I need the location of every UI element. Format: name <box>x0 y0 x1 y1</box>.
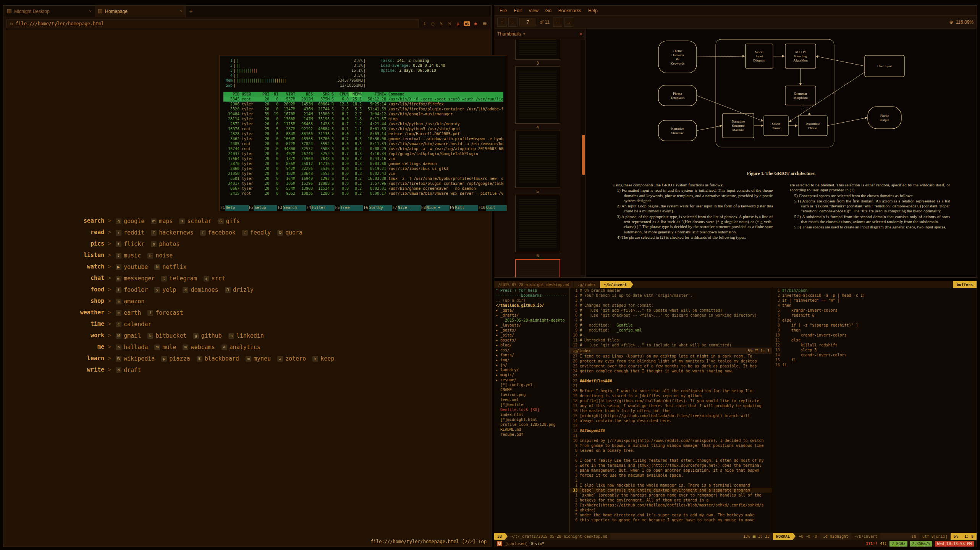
menu-bookmarks[interactable]: Bookmarks <box>555 8 584 13</box>
thumbnail-page-4[interactable] <box>515 66 560 124</box>
history-forward-button[interactable]: → <box>564 18 573 27</box>
link-flickr[interactable]: fflickr <box>116 241 144 247</box>
tree-item[interactable]: feed.xml <box>494 397 569 402</box>
tree-item[interactable]: ▸ magic/ <box>494 372 569 377</box>
reload-icon[interactable]: ↻ <box>10 21 13 26</box>
tree-item[interactable]: [*]Gemfile <box>494 402 569 407</box>
process-row[interactable]: 17664tyler200187M259607648S0.00.30:43.16… <box>223 156 503 161</box>
link-draft[interactable]: ddraft <box>116 367 141 374</box>
function-key-F4[interactable]: F4Filter <box>306 205 335 211</box>
tree-item[interactable]: ▸ img/ <box>494 358 569 362</box>
next-page-button[interactable]: ↓ <box>508 18 517 27</box>
menu-view[interactable]: View <box>526 8 542 13</box>
tree-item[interactable]: " Press ? for help <box>494 288 569 293</box>
function-key-F6[interactable]: F6SortBy <box>363 205 392 211</box>
link-facebook[interactable]: ffacebook <box>200 229 236 236</box>
link-feedly[interactable]: ffeedly <box>242 229 271 236</box>
buffer-tab[interactable]: .g/index <box>574 281 600 288</box>
process-table-header[interactable]: PIDUSERPRINIVIRTRESSHRSCPU%MEM%TIME+Comm… <box>223 92 503 97</box>
link-maps[interactable]: mmaps <box>151 218 173 225</box>
process-row[interactable]: 24037tyler200497M267405252S0.70.34:10.34… <box>223 151 503 156</box>
tree-item[interactable]: -----------Bookmarks----------- <box>494 293 569 298</box>
link-myneu[interactable]: mmyneu <box>246 355 271 362</box>
link-blackboard[interactable]: Bblackboard <box>197 355 239 362</box>
tree-item[interactable]: ▾ _drafts/ <box>494 313 569 318</box>
sidebar-title[interactable]: Thumbnails <box>497 31 521 37</box>
process-row[interactable]: 8667tyler200554M1396011524S0.00.20:02.01… <box>223 186 503 191</box>
buffer-tab[interactable]: /2015-05-28-midnight-desktop.md <box>494 281 574 288</box>
tree-item[interactable]: .. (up a dir) <box>494 298 569 303</box>
link-bitbucket[interactable]: bbitbucket <box>147 332 186 339</box>
link-hallada[interactable]: hhallada <box>116 344 148 351</box>
link-telegram[interactable]: ttelegram <box>161 275 197 282</box>
tree-item[interactable]: resume.pdf <box>494 432 569 437</box>
history-icon[interactable]: ◷ <box>430 21 436 26</box>
process-row[interactable]: 16744root20044800325323508S0.00.40:08.29… <box>223 146 503 151</box>
link-noise[interactable]: nnoise <box>147 252 173 259</box>
previous-page-button[interactable]: ↑ <box>497 18 506 27</box>
buffer-tab[interactable]: ~/b/invert <box>600 281 631 288</box>
tree-item[interactable]: ▸ resume/ <box>494 377 569 382</box>
link-github[interactable]: ggithub <box>193 332 222 339</box>
tree-item[interactable]: 2015-05-28-midnight-deskto <box>494 318 569 323</box>
page-number-input[interactable]: 7 <box>519 18 536 26</box>
tree-item[interactable]: ▸ fonts/ <box>494 353 569 358</box>
link-netflix[interactable]: Nnetflix <box>154 264 186 270</box>
link-drizly[interactable]: Ddrizly <box>225 286 254 293</box>
zoom-icon[interactable]: ⊕ <box>949 19 953 25</box>
tree-item[interactable]: ▸ _data/ <box>494 308 569 313</box>
process-row[interactable]: 3320tyler2001347M436M21744S2.65.551:41.5… <box>223 107 503 112</box>
link-reddit[interactable]: rreddit <box>116 229 144 236</box>
tab-close-icon[interactable]: × <box>180 8 183 14</box>
link-linkedin[interactable]: inlinkedin <box>228 332 264 339</box>
link-keep[interactable]: kkeep <box>312 355 334 362</box>
link-mule[interactable]: mmule <box>154 344 176 351</box>
process-row[interactable]: 24017tyler200305M1529612088S0.00.21:57.9… <box>223 181 503 186</box>
stylish-icon[interactable]: S <box>438 21 444 26</box>
process-row-selected[interactable]: 5345root200537M2012M375MS6.025.158:12.28… <box>223 97 503 102</box>
link-earth[interactable]: eearth <box>116 309 141 316</box>
tree-item[interactable]: ▸ _layouts/ <box>494 323 569 328</box>
thumbnail-page-selected[interactable] <box>515 259 560 277</box>
history-back-button[interactable]: ← <box>553 18 562 27</box>
process-row[interactable]: 2906tyler2002692M1453M60864R12.518.25h25… <box>223 102 503 107</box>
process-row[interactable]: 2860tyler200542M222565536S0.00.30:19.21/… <box>223 166 503 171</box>
tree-item[interactable]: ▸ js/ <box>494 362 569 367</box>
download-icon[interactable]: ⇩ <box>422 21 427 26</box>
pdf-page-view[interactable]: ThemeDomains&KeywordsPhraseTemplatesNarr… <box>586 29 977 277</box>
tree-item[interactable]: index.html <box>494 412 569 417</box>
tree-item[interactable]: ▸ _posts/ <box>494 328 569 333</box>
new-tab-button[interactable]: + <box>186 6 196 17</box>
tree-item[interactable]: ▸ laundry/ <box>494 367 569 372</box>
thumbnail-page-6[interactable] <box>515 195 560 252</box>
tree-item[interactable]: ▸ blog/ <box>494 343 569 348</box>
link-dominoes[interactable]: ddominoes <box>183 286 218 293</box>
link-amazon[interactable]: aamazon <box>116 298 144 305</box>
tab-close-icon[interactable]: × <box>89 8 92 14</box>
link-wikipedia[interactable]: Wwikipedia <box>116 355 155 362</box>
zoom-level[interactable]: 116.89% <box>956 19 974 25</box>
tree-item[interactable]: [*]_config.yml <box>494 382 569 387</box>
link-google[interactable]: ggoogle <box>116 218 144 225</box>
tree-item[interactable]: favicon.png <box>494 392 569 397</box>
link-webcams[interactable]: wwebcams <box>183 344 215 351</box>
function-key-F2[interactable]: F2Setup <box>249 205 277 211</box>
link-gmail[interactable]: Mgmail <box>116 332 141 339</box>
tree-item[interactable]: ▸ css/ <box>494 348 569 353</box>
function-key-F3[interactable]: F3Search <box>277 205 306 211</box>
scrollbar-thumb[interactable] <box>582 135 585 175</box>
tree-item[interactable]: ▸ _site/ <box>494 333 569 338</box>
sidebar-scrollbar[interactable] <box>581 39 585 277</box>
tree-item[interactable]: </thallada.github.io/ <box>494 303 569 308</box>
link-youtube[interactable]: ▶youtube <box>116 264 148 270</box>
thumbnail-page-5[interactable] <box>515 131 560 188</box>
link-gifs[interactable]: Ggifs <box>218 218 240 225</box>
process-row[interactable]: 16976root255287M9219240884S0.11.10:01.63… <box>223 126 503 131</box>
browser-tab-homepage[interactable]: Homepage × <box>95 6 186 17</box>
link-foodler[interactable]: ffoodler <box>116 286 148 293</box>
tree-item[interactable]: README.md <box>494 427 569 432</box>
link-yelp[interactable]: yyelp <box>154 286 176 293</box>
close-sidebar-icon[interactable]: × <box>579 31 582 37</box>
tree-item[interactable]: profile_icon_128x128.png <box>494 422 569 427</box>
link-messenger[interactable]: mmessenger <box>116 275 155 282</box>
